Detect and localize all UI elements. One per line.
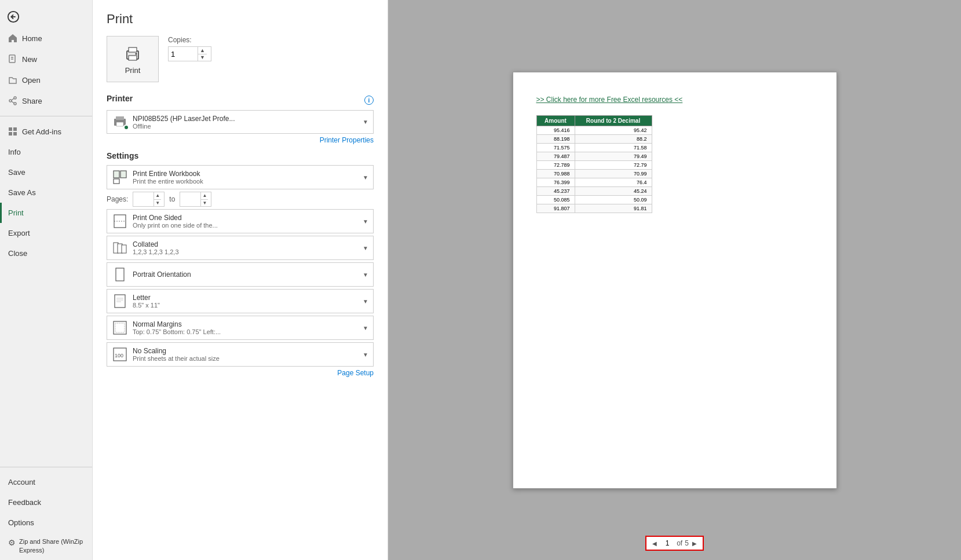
- pages-from-input[interactable]: ▲ ▼: [133, 192, 165, 207]
- sidebar-item-print-label: Print: [8, 208, 24, 217]
- pages-from-up[interactable]: ▲: [154, 192, 161, 200]
- pages-to-input[interactable]: ▲ ▼: [180, 192, 211, 207]
- pages-from-down[interactable]: ▼: [154, 200, 161, 207]
- sidebar-item-new[interactable]: New: [0, 49, 92, 69]
- paper-size-subtitle: 8.5" x 11": [133, 302, 358, 309]
- setting-scaling[interactable]: 100 No Scaling Print sheets at their act…: [107, 342, 374, 367]
- svg-rect-20: [116, 122, 123, 126]
- print-scope-title: Print Entire Workbook: [133, 170, 358, 178]
- svg-rect-19: [116, 116, 124, 120]
- setting-print-sides[interactable]: Print One Sided Only print on one side o…: [107, 209, 374, 233]
- sidebar-item-zip-share[interactable]: ⚙ Zip and Share (WinZip Express): [0, 533, 92, 560]
- copies-input[interactable]: ▲ ▼: [168, 46, 211, 61]
- print-scope-subtitle: Print the entire workbook: [133, 178, 358, 185]
- svg-line-9: [12, 98, 14, 100]
- sidebar-item-close-label: Close: [8, 249, 27, 258]
- current-page-input[interactable]: [660, 539, 674, 547]
- copies-up-arrow[interactable]: ▲: [198, 47, 207, 54]
- sidebar-item-save[interactable]: Save: [0, 162, 92, 182]
- margins-title: Normal Margins: [133, 320, 358, 328]
- svg-line-8: [12, 101, 14, 103]
- setting-margins[interactable]: Normal Margins Top: 0.75" Bottom: 0.75" …: [107, 316, 374, 340]
- printer-name: NPI08B525 (HP LaserJet Profe...: [133, 115, 358, 123]
- svg-rect-13: [13, 132, 17, 136]
- sidebar-item-account[interactable]: Account: [0, 472, 92, 492]
- sidebar-item-info[interactable]: Info: [0, 142, 92, 162]
- copies-down-arrow[interactable]: ▼: [198, 54, 207, 61]
- paper-size-text: Letter 8.5" x 11": [133, 294, 358, 309]
- sidebar-item-new-label: New: [22, 55, 37, 64]
- print-scope-text: Print Entire Workbook Print the entire w…: [133, 170, 358, 185]
- paper-size-title: Letter: [133, 294, 358, 302]
- svg-rect-22: [120, 171, 126, 178]
- printer-properties-link[interactable]: Printer Properties: [107, 136, 374, 144]
- orientation-icon: [112, 266, 128, 283]
- scaling-title: No Scaling: [133, 347, 358, 355]
- sidebar-item-options[interactable]: Options: [0, 513, 92, 533]
- sidebar-item-close[interactable]: Close: [0, 243, 92, 263]
- setting-print-scope[interactable]: Print Entire Workbook Print the entire w…: [107, 165, 374, 189]
- printer-select-dropdown[interactable]: NPI08B525 (HP LaserJet Profe... Offline …: [107, 110, 374, 134]
- print-button[interactable]: Print: [107, 36, 159, 82]
- sidebar-item-home-label: Home: [22, 34, 42, 43]
- preview-area: >> Click here for more Free Excel resour…: [388, 0, 961, 560]
- svg-rect-15: [129, 56, 137, 60]
- back-button[interactable]: [0, 6, 92, 28]
- sidebar-item-info-label: Info: [8, 148, 21, 156]
- total-pages: 5: [685, 539, 689, 547]
- preview-nav: ◀ of 5 ▶: [645, 536, 704, 551]
- setting-paper-size[interactable]: Letter 8.5" x 11" ▼: [107, 289, 374, 313]
- sidebar-item-home[interactable]: Home: [0, 28, 92, 49]
- sidebar-item-print[interactable]: Print: [0, 203, 92, 223]
- sidebar-item-get-add-ins[interactable]: Get Add-ins: [0, 121, 92, 142]
- printer-status: Offline: [133, 123, 358, 130]
- pages-from-value[interactable]: [133, 195, 154, 203]
- print-sides-title: Print One Sided: [133, 214, 358, 222]
- sidebar-item-share-label: Share: [22, 97, 42, 105]
- sidebar-item-open[interactable]: Open: [0, 69, 92, 90]
- sidebar-item-open-label: Open: [22, 76, 41, 85]
- margins-chevron-icon: ▼: [363, 325, 368, 331]
- printer-icon-area: [112, 114, 128, 130]
- print-sides-text: Print One Sided Only print on one side o…: [133, 214, 358, 229]
- pages-to-down[interactable]: ▼: [201, 200, 208, 207]
- page-setup-link[interactable]: Page Setup: [107, 369, 374, 377]
- pages-row: Pages: ▲ ▼ to ▲ ▼: [107, 192, 374, 207]
- print-sides-chevron-icon: ▼: [363, 218, 368, 225]
- svg-rect-28: [122, 245, 126, 253]
- sidebar-item-get-add-ins-label: Get Add-ins: [22, 127, 61, 136]
- sidebar-item-feedback[interactable]: Feedback: [0, 492, 92, 513]
- pages-to-up[interactable]: ▲: [201, 192, 208, 200]
- copies-value[interactable]: [169, 50, 198, 58]
- collation-subtitle: 1,2,3 1,2,3 1,2,3: [133, 248, 358, 255]
- print-scope-icon: [112, 169, 128, 185]
- print-panel: Print Print Copies:: [93, 0, 388, 560]
- svg-rect-10: [9, 127, 12, 131]
- preview-link[interactable]: >> Click here for more Free Excel resour…: [536, 96, 813, 104]
- printer-info-icon[interactable]: i: [364, 96, 374, 105]
- copies-row: Copies: ▲ ▼: [168, 36, 211, 61]
- sidebar-item-feedback-label: Feedback: [8, 498, 41, 507]
- pages-to-label: to: [169, 195, 175, 203]
- svg-rect-21: [114, 171, 119, 178]
- pages-to-value[interactable]: [180, 195, 200, 203]
- prev-page-button[interactable]: ◀: [651, 540, 658, 547]
- print-button-label: Print: [125, 66, 141, 75]
- sidebar-item-save-as-label: Save As: [8, 188, 36, 197]
- sidebar-item-save-as[interactable]: Save As: [0, 182, 92, 203]
- svg-rect-23: [114, 179, 119, 184]
- next-page-button[interactable]: ▶: [691, 540, 698, 547]
- scaling-text: No Scaling Print sheets at their actual …: [133, 347, 358, 362]
- setting-orientation[interactable]: Portrait Orientation ▼: [107, 262, 374, 287]
- sidebar-item-export[interactable]: Export: [0, 223, 92, 243]
- scaling-subtitle: Print sheets at their actual size: [133, 355, 358, 362]
- copies-spinners: ▲ ▼: [198, 47, 207, 61]
- orientation-title: Portrait Orientation: [133, 270, 358, 279]
- sidebar-item-share[interactable]: Share: [0, 90, 92, 111]
- setting-collation[interactable]: Collated 1,2,3 1,2,3 1,2,3 ▼: [107, 236, 374, 260]
- sidebar-item-zip-share-label: Zip and Share (WinZip Express): [19, 537, 84, 554]
- main-content: Print Print Copies:: [93, 0, 961, 560]
- svg-text:100: 100: [115, 353, 123, 358]
- print-layout: Print Print Copies:: [93, 0, 961, 560]
- margins-text: Normal Margins Top: 0.75" Bottom: 0.75" …: [133, 320, 358, 335]
